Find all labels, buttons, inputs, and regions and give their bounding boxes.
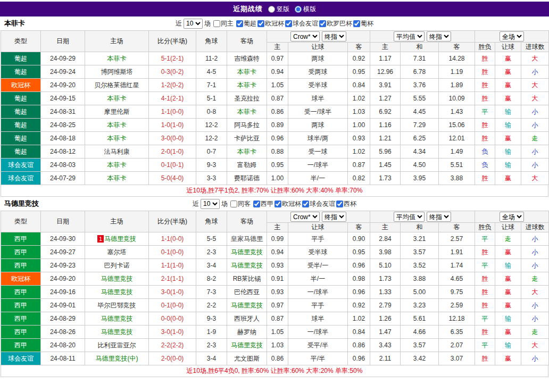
match-row: 西甲24-09-27塞尔塔0-1(0-0)2-3马德里竞技0.94受半球0.95…: [1, 246, 549, 259]
layout-horizontal-option[interactable]: 横版: [295, 5, 316, 14]
same-venue-checkbox[interactable]: [213, 20, 220, 27]
goals-result-cell: 小: [521, 119, 549, 132]
subheader-odds-home: 主: [267, 223, 288, 232]
league-filter-checkbox[interactable]: [302, 201, 309, 207]
match-row: 西甲24-08-20比利亚雷亚尔2-2(2-2)2-3马德里竞技1.03受平/半…: [1, 339, 549, 352]
average-stage-select[interactable]: 终指: [427, 31, 451, 41]
league-filter-option[interactable]: 球会友谊: [285, 19, 318, 28]
goals-result-cell: 走: [521, 132, 549, 145]
goals-result-cell: 小: [521, 299, 549, 312]
goals-result-cell: 小: [521, 312, 549, 326]
result-cell: 平: [475, 259, 495, 272]
average-select[interactable]: 平均值: [394, 212, 425, 222]
league-filter-option[interactable]: 欧冠杯: [257, 19, 284, 28]
home-team-cell: 法马利康: [85, 145, 149, 159]
odds-away-cell: 1.02: [348, 312, 370, 326]
subheader-avg-away: 客: [439, 43, 475, 52]
league-cell: 葡超: [1, 132, 41, 145]
avg-draw-cell: 3.76: [401, 79, 439, 92]
results-table: 类型 日期 主场 比分(半场) 角球 客场 Crow* 终指 平均值: [1, 211, 549, 365]
odds-away-cell: 0.93: [348, 132, 370, 145]
layout-vertical-radio[interactable]: [268, 6, 275, 13]
home-team-cell: 比利亚雷亚尔: [85, 339, 149, 352]
home-team-cell: 1马德里竞技: [85, 232, 149, 246]
handicap-result-cell: 输: [495, 119, 521, 132]
league-filter-label: 西甲: [261, 199, 273, 208]
away-team-cell: 马德里竞技: [227, 259, 267, 272]
league-filter-option[interactable]: 葡超: [236, 19, 256, 28]
league-filter-checkbox[interactable]: [257, 20, 264, 27]
handicap-result-cell: 赢: [495, 79, 521, 92]
league-filter-option[interactable]: 葡杯: [353, 19, 373, 28]
handicap-cell: 球半: [288, 312, 348, 326]
match-row: 西甲24-08-26马德里竞技3-0(1-0)1-9赫罗纳1.05一/球半0.8…: [1, 326, 549, 339]
league-filter-option[interactable]: 球会友谊: [302, 199, 335, 208]
avg-draw-cell: 3.21: [401, 232, 439, 246]
away-team-cell: 马德里竞技: [227, 299, 267, 312]
corner-cell: 11-2: [196, 52, 227, 65]
handicap-result-cell: 赢: [495, 92, 521, 105]
odds-home-cell: 0.94: [267, 65, 288, 79]
avg-draw-cell: 4.45: [401, 105, 439, 119]
handicap-result-cell: 赢: [495, 246, 521, 259]
home-team-cell: 毕尔巴鄂竞技: [85, 299, 149, 312]
avg-home-cell: 2.84: [370, 232, 401, 246]
avg-away-cell: 4.65: [439, 272, 475, 286]
corner-cell: 9-3: [196, 312, 227, 326]
league-filter-checkbox[interactable]: [236, 20, 243, 27]
average-stage-select[interactable]: 终指: [427, 212, 451, 222]
league-filter-checkbox[interactable]: [253, 201, 260, 207]
date-cell: 24-09-20: [41, 272, 85, 286]
league-filter-checkbox[interactable]: [285, 20, 292, 27]
odds-group-header: Crow* 终指: [267, 31, 370, 43]
same-venue-option[interactable]: 同客: [230, 199, 251, 208]
league-filter-option[interactable]: 欧罗巴杯: [319, 19, 352, 28]
odds-stage-select[interactable]: 终指: [322, 212, 346, 222]
corner-cell: 3-4: [196, 259, 227, 272]
avg-home-cell: 1.73: [370, 272, 401, 286]
avg-draw-cell: 3.23: [401, 299, 439, 312]
layout-vertical-option[interactable]: 竖版: [268, 5, 289, 14]
odds-away-cell: 0.90: [348, 232, 370, 246]
subheader-odds-away: 客: [348, 43, 370, 52]
league-cell: 西甲: [1, 312, 41, 326]
odds-stage-select[interactable]: 终指: [322, 31, 346, 41]
subheader-avg-home: 主: [370, 43, 401, 52]
fulltime-select[interactable]: 全场: [500, 31, 524, 41]
avg-draw-cell: 6.78: [401, 65, 439, 79]
handicap-cell: 球半: [288, 92, 348, 105]
odds-company-select[interactable]: Crow*: [290, 31, 320, 41]
match-count-select[interactable]: 10: [184, 19, 203, 29]
average-select[interactable]: 平均值: [394, 31, 425, 41]
league-filter-checkbox[interactable]: [336, 201, 343, 207]
odds-company-select[interactable]: Crow*: [290, 212, 320, 222]
layout-horizontal-radio[interactable]: [295, 6, 302, 13]
fulltime-select[interactable]: 全场: [500, 212, 524, 222]
league-filter-checkbox[interactable]: [353, 20, 360, 27]
avg-home-cell: 5.10: [370, 259, 401, 272]
corner-cell: 5-5: [196, 232, 227, 246]
handicap-result-cell: 赢: [495, 272, 521, 286]
odds-home-cell: 0.97: [267, 299, 288, 312]
same-venue-checkbox[interactable]: [230, 201, 237, 207]
handicap-cell: 半/一: [288, 172, 348, 185]
avg-home-cell: 1.45: [370, 159, 401, 172]
home-team-name: 马德里竞技: [104, 235, 136, 243]
same-venue-option[interactable]: 同主: [213, 19, 234, 28]
date-cell: 24-08-20: [41, 339, 85, 352]
league-filter-checkbox[interactable]: [319, 20, 326, 27]
league-filter-option[interactable]: 西杯: [336, 199, 356, 208]
league-filter-option[interactable]: 欧冠杯: [274, 199, 301, 208]
match-count-select[interactable]: 10: [201, 199, 220, 209]
league-filter-checkbox[interactable]: [274, 201, 281, 207]
league-cell: 球会友谊: [1, 159, 41, 172]
subheader-odds-home: 主: [267, 43, 288, 52]
league-filter-label: 欧冠杯: [265, 19, 284, 28]
games-label: 场: [221, 199, 228, 208]
league-filter-option[interactable]: 西甲: [253, 199, 273, 208]
odds-home-cell: 0.97: [267, 52, 288, 65]
handicap-cell: 平手: [288, 299, 348, 312]
odds-home-cell: 0.96: [267, 132, 288, 145]
score-cell: 1-1(0-0): [149, 105, 196, 119]
league-cell: 西甲: [1, 232, 41, 246]
